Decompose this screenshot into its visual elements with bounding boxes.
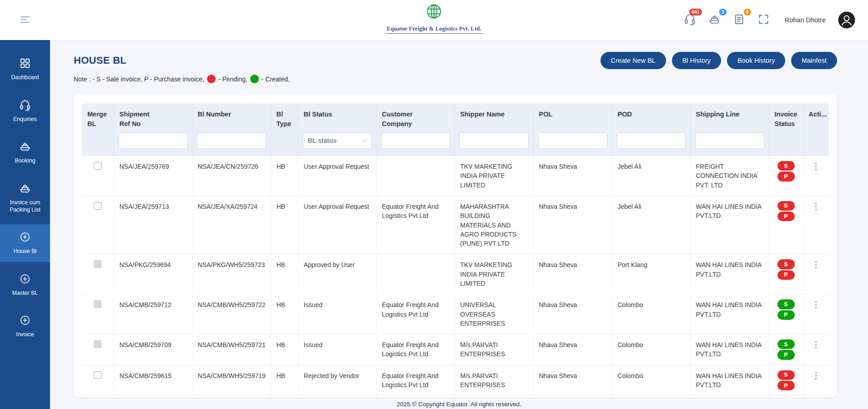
cell-actions: ⋮ <box>803 396 829 397</box>
cell-merge <box>82 196 114 254</box>
row-actions-kebab-icon[interactable]: ⋮ <box>812 340 820 349</box>
merge-bl-checkbox[interactable] <box>94 340 101 348</box>
cell-shipment_ref: NSA/JEA/259713 <box>114 196 192 254</box>
cell-actions: ⋮ <box>803 156 829 196</box>
cell-bl_status: Issued <box>298 294 376 334</box>
invoice-p-badge[interactable]: P <box>777 270 795 280</box>
sidebar-item-label: Master BL <box>12 290 38 297</box>
cell-shipping_line: WAN HAI LINES INDIA PVT.LTD. <box>690 365 769 396</box>
shipper_name-filter-input[interactable] <box>459 132 529 149</box>
row-actions-kebab-icon[interactable]: ⋮ <box>812 202 820 211</box>
table-card: Merge BLShipment Ref NoBl NumberBl TypeB… <box>74 94 837 397</box>
merge-bl-checkbox[interactable] <box>94 202 101 210</box>
cell-pod: Colombo <box>612 294 690 334</box>
cell-bl_status: User Approval Request <box>298 196 376 254</box>
row-actions-kebab-icon[interactable]: ⋮ <box>812 371 820 380</box>
pod-filter-input[interactable] <box>617 132 686 149</box>
invoice-s-badge[interactable]: S <box>777 299 795 309</box>
cell-shipping_line: WAN HAI LINES INDIA PVT.LTD. <box>690 334 769 365</box>
cell-pod: Jebel Ali <box>612 156 690 196</box>
sidebar-item-label: Booking <box>15 157 35 165</box>
cell-shipper_name: TKV MARKETING INDIA PRIVATE LIMITED <box>454 156 533 196</box>
header-icons: 84130 <box>684 13 770 27</box>
globe-logo-icon <box>423 17 445 25</box>
cell-customer_company: Equator Freight And Logistics Pvt Ltd <box>376 365 454 396</box>
cell-bl_number: NSA/PKG/WH5/259723 <box>192 254 271 294</box>
top-header: Equator Freight & Logistics Pvt. Ltd. 84… <box>0 0 868 40</box>
shipping_line-filter-input[interactable] <box>695 132 764 149</box>
create-new-bl-button[interactable]: Create New BL <box>601 52 666 69</box>
invoice-s-badge[interactable]: S <box>777 201 795 211</box>
cell-customer_company: Equator Freight And Logistics Pvt Ltd <box>376 334 454 365</box>
invoice-p-badge[interactable]: P <box>777 212 795 221</box>
sidebar-item-invoice[interactable]: Invoice <box>0 308 50 345</box>
bl_status-filter-select[interactable]: BL status <box>303 132 372 149</box>
bl-history-button[interactable]: Bl History <box>672 52 721 69</box>
cell-pod: Colombo <box>612 396 690 397</box>
filter-cell-shipper_name <box>454 131 533 156</box>
sidebar-item-label: Enquiries <box>13 116 37 123</box>
invoice-p-badge[interactable]: P <box>777 310 795 320</box>
cell-customer_company <box>376 254 454 294</box>
cell-actions: ⋮ <box>803 196 829 254</box>
table-header-row: Merge BLShipment Ref NoBl NumberBl TypeB… <box>82 103 829 131</box>
invoice-s-badge[interactable]: S <box>777 339 795 349</box>
cell-pod: Colombo <box>612 334 690 365</box>
cell-pol: Nhava Sheva <box>533 196 612 254</box>
invoice-p-badge[interactable]: P <box>777 172 795 181</box>
sidebar-item-master-bl[interactable]: Master BL <box>0 266 50 304</box>
sidebar-item-dashboard[interactable]: Dashboard <box>0 50 50 88</box>
cell-invoice-status: SP <box>769 365 803 396</box>
row-actions-kebab-icon[interactable]: ⋮ <box>812 300 820 309</box>
note-created-label: - Created, <box>262 76 290 83</box>
table-row: NSA/CMB/259615NSA/CMB/WH5/259719HBReject… <box>82 365 829 396</box>
merge-bl-checkbox[interactable] <box>94 162 101 170</box>
pol-filter-input[interactable] <box>538 132 607 149</box>
sidebar: DashboardEnquiriesBookingInvoice cum Pac… <box>0 40 50 409</box>
invoice-s-badge[interactable]: S <box>777 370 795 380</box>
sidebar-item-house-bl[interactable]: House Bl <box>0 224 50 262</box>
cell-bl_status: User Approval Request <box>298 156 376 196</box>
documents-icon <box>733 13 745 27</box>
cell-merge <box>82 294 114 334</box>
sidebar-item-invoice-cum-packing-list[interactable]: Invoice cum Packing List <box>0 176 50 220</box>
cell-shipping_line: FREIGHT CONNECTION INDIA PVT. LTD <box>690 156 769 196</box>
house-bl-icon <box>19 231 31 245</box>
row-actions-kebab-icon[interactable]: ⋮ <box>812 260 820 269</box>
shipment_ref-filter-input[interactable] <box>119 132 187 149</box>
cell-pod: Colombo <box>612 365 690 396</box>
master-bl-icon <box>19 273 31 287</box>
book-history-button[interactable]: Book History <box>727 52 785 69</box>
invoice-s-badge[interactable]: S <box>777 161 795 171</box>
cell-bl_type: HB <box>271 254 298 294</box>
customer_company-filter-input[interactable] <box>381 132 450 149</box>
fullscreen-button[interactable] <box>757 13 770 27</box>
cell-customer_company: Equator Freight And Logistics Pvt Ltd <box>376 196 454 254</box>
merge-bl-checkbox[interactable] <box>94 300 101 308</box>
invoice-p-badge[interactable]: P <box>777 350 795 359</box>
merge-bl-checkbox[interactable] <box>94 371 101 379</box>
sidebar-item-enquiries[interactable]: Enquiries <box>0 92 50 130</box>
cell-customer_company: Equator Freight And Logistics Pvt Ltd <box>376 294 454 334</box>
cell-customer_company: Equator Freight And Logistics Pvt Ltd <box>376 396 454 397</box>
cell-merge <box>82 156 114 196</box>
cell-shipment_ref: NSA/CMB/259712 <box>114 294 192 334</box>
sidebar-item-booking[interactable]: Booking <box>0 134 50 172</box>
row-actions-kebab-icon[interactable]: ⋮ <box>812 162 820 171</box>
documents-button[interactable]: 0 <box>733 13 745 27</box>
merge-bl-checkbox[interactable] <box>94 260 101 268</box>
menu-toggle-icon[interactable] <box>19 14 31 27</box>
cell-merge <box>82 334 114 365</box>
invoice-s-badge[interactable]: S <box>777 259 795 269</box>
cell-shipper_name: M/s.PARVATI ENTERPRISES <box>454 365 533 396</box>
support-button[interactable]: 841 <box>684 13 696 27</box>
cell-shipper_name: TKV MARKETING INDIA PRIVATE LIMITED <box>454 254 533 294</box>
table-row: NSA/CMB/259712NSA/CMB/WH5/259722HBIssued… <box>82 294 829 334</box>
cell-pol: Nhava Sheva <box>533 365 612 396</box>
invoice-p-badge[interactable]: P <box>777 381 795 390</box>
shipments-button[interactable]: 3 <box>708 13 721 27</box>
mainfest-button[interactable]: Mainfest <box>791 52 837 69</box>
user-name[interactable]: Rohan Dhotre <box>785 16 826 24</box>
bl_number-filter-input[interactable] <box>197 132 266 149</box>
avatar[interactable] <box>838 11 855 29</box>
